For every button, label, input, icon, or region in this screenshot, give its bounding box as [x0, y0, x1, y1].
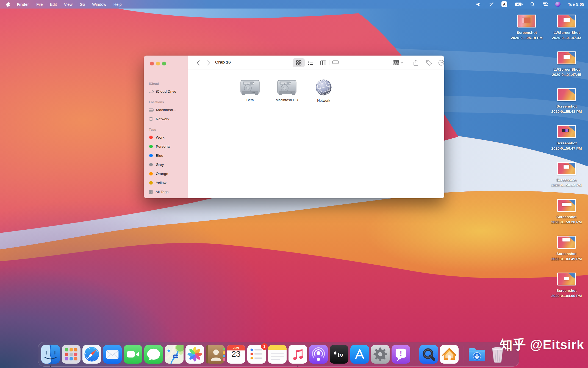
menu-file[interactable]: File: [33, 0, 46, 9]
file-label: Macintosh HD: [276, 98, 298, 102]
chevron-down-icon: [401, 62, 403, 64]
running-indicator: [50, 366, 51, 367]
feedback-assistant-icon: !: [392, 345, 410, 364]
wifi-off-icon[interactable]: [489, 2, 494, 7]
gear-icon: [371, 345, 390, 364]
dock-finder[interactable]: [41, 345, 60, 364]
dock-mail[interactable]: [103, 345, 122, 364]
dock-maps[interactable]: 280: [165, 345, 184, 364]
sidebar-tag-work[interactable]: Work: [149, 133, 185, 142]
apple-menu-icon[interactable]: [6, 0, 13, 9]
dock-tv[interactable]: tv: [330, 345, 348, 364]
dock-quicktime[interactable]: [419, 345, 438, 364]
contacts-icon: [206, 345, 225, 364]
file-item-beta[interactable]: Beta: [234, 80, 266, 102]
desktop-file-screenshot-0400[interactable]: Screenshot2020-0...04.00 PM: [546, 273, 587, 298]
hard-drive-icon: [149, 108, 154, 112]
close-button[interactable]: [150, 62, 154, 65]
grid-view-icon: [296, 60, 301, 65]
sidebar-item-macintosh[interactable]: Macintosh...: [149, 105, 185, 114]
desktop-file-screenshot-0349[interactable]: Screenshot2020-0...03.49 PM: [546, 236, 587, 262]
menu-window[interactable]: Window: [88, 0, 110, 9]
minimize-button[interactable]: [156, 62, 160, 65]
input-source-icon[interactable]: A: [501, 1, 507, 7]
hard-drive-icon: [240, 80, 260, 95]
battery-charging-icon[interactable]: [515, 2, 523, 6]
tag-dot-yellow: [149, 181, 153, 185]
all-tags-icon: [149, 190, 153, 194]
view-mode-switcher: [293, 58, 342, 67]
file-item-network[interactable]: Network: [308, 80, 340, 103]
dock-app-store[interactable]: [350, 345, 369, 364]
dock-safari[interactable]: [82, 345, 101, 364]
dock-system-preferences[interactable]: [371, 345, 390, 364]
file-thumbnail: [557, 162, 576, 175]
view-grid-button[interactable]: [293, 58, 305, 67]
desktop-file-screenshot-5920[interactable]: Screenshot2020-0...59.20 PM: [546, 199, 587, 225]
siri-icon[interactable]: [555, 2, 561, 7]
file-thumbnail: [557, 236, 576, 249]
forward-button[interactable]: [205, 59, 212, 67]
sidebar-item-network[interactable]: Network: [149, 114, 185, 123]
share-button[interactable]: [414, 58, 418, 67]
dock-divider: [415, 346, 415, 363]
spotlight-icon[interactable]: [530, 2, 535, 7]
more-actions-button[interactable]: [438, 58, 444, 67]
launchpad-icon: [62, 345, 81, 364]
dock-messages[interactable]: [144, 345, 163, 364]
zoom-button[interactable]: [162, 62, 166, 65]
dock-reminders[interactable]: 1: [247, 345, 266, 364]
view-gallery-button[interactable]: [329, 58, 342, 67]
group-by-button[interactable]: [393, 58, 403, 67]
svg-text:!: !: [400, 349, 402, 357]
calendar-day: 23: [227, 349, 245, 359]
sidebar-tag-orange[interactable]: Orange: [149, 169, 185, 178]
finder-content-area[interactable]: Beta Ma: [188, 70, 444, 198]
home-icon: [440, 345, 459, 364]
dock: 280: [38, 342, 519, 367]
volume-icon[interactable]: [476, 2, 481, 7]
menu-finder[interactable]: Finder: [13, 0, 33, 9]
dock-facetime[interactable]: [124, 345, 142, 364]
dock-notes[interactable]: [268, 345, 287, 364]
svg-text:tv: tv: [338, 351, 343, 359]
dock-downloads[interactable]: [468, 345, 486, 364]
sidebar-item-icloud-drive[interactable]: iCloud Drive: [149, 87, 185, 96]
view-list-button[interactable]: [305, 58, 317, 67]
dock-photos[interactable]: [185, 345, 204, 364]
file-label: Network: [317, 98, 330, 103]
mail-icon: [103, 345, 122, 364]
sidebar-tag-grey[interactable]: Grey: [149, 160, 185, 169]
dock-music[interactable]: [289, 345, 307, 364]
sidebar-tag-personal[interactable]: Personal: [149, 142, 185, 151]
sidebar-item-all-tags[interactable]: All Tags...: [149, 187, 185, 196]
notes-icon: [268, 345, 287, 364]
desktop-file-lwscreenshot-014743[interactable]: LWScreenShot2020-0...01.47.43: [546, 15, 587, 40]
tag-button[interactable]: [426, 58, 432, 67]
view-columns-button[interactable]: [317, 58, 329, 67]
dock-podcasts[interactable]: [309, 345, 328, 364]
file-item-macintosh-hd[interactable]: Macintosh HD: [271, 80, 303, 102]
desktop-file-screenshot-5548[interactable]: Screenshot2020-0...55.48 PM: [546, 88, 587, 114]
desktop-file-screenshot-5647[interactable]: Screenshot2020-0...56.47 PM: [546, 125, 587, 151]
maps-icon: 280: [165, 345, 184, 364]
sidebar-tag-yellow[interactable]: Yellow: [149, 178, 185, 187]
back-button[interactable]: [194, 59, 202, 67]
dock-contacts[interactable]: [206, 345, 225, 364]
menu-bar-clock[interactable]: Tue 5:05: [568, 2, 584, 7]
dock-home[interactable]: [440, 345, 459, 364]
desktop-file-screenshot-5834[interactable]: Screenshot2020-0...58.34 PM: [546, 162, 587, 188]
control-center-icon[interactable]: [542, 2, 548, 7]
watermark-text: 知乎 @Eitsirk: [500, 336, 584, 353]
menu-view[interactable]: View: [60, 0, 76, 9]
desktop-file-lwscreenshot-014745[interactable]: LWScreenShot2020-0...01.47.45: [546, 51, 587, 77]
dock-calendar[interactable]: JUN 23: [227, 345, 245, 364]
tag-dot-red: [149, 136, 153, 139]
sidebar-tag-blue[interactable]: Blue: [149, 151, 185, 160]
menu-help[interactable]: Help: [110, 0, 125, 9]
desktop-file-screenshot-0518[interactable]: Screenshot2020-0....05.18 PM: [506, 15, 547, 40]
menu-go[interactable]: Go: [76, 0, 88, 9]
menu-edit[interactable]: Edit: [46, 0, 60, 9]
dock-feedback-assistant[interactable]: !: [392, 345, 410, 364]
dock-launchpad[interactable]: [62, 345, 81, 364]
